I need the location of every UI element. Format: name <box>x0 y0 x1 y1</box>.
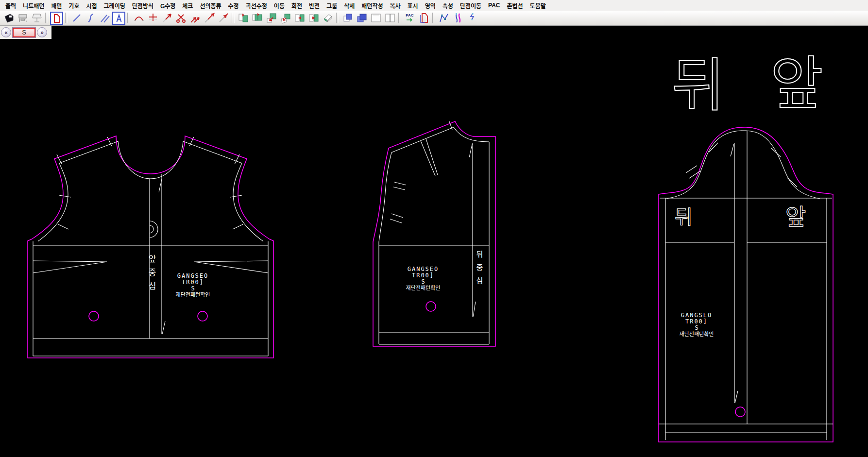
curve-tool-button[interactable] <box>84 12 97 24</box>
stamp-line: 재단전패턴확인 <box>394 285 452 291</box>
line-tool-button[interactable] <box>70 12 83 24</box>
double-arrow-button[interactable] <box>188 12 202 24</box>
pac-document-icon <box>418 12 430 24</box>
new-window-button[interactable] <box>369 12 382 24</box>
menu-item[interactable]: 패턴작성 <box>359 1 385 10</box>
back-body-piece[interactable] <box>373 121 495 346</box>
arrow-line-button[interactable] <box>203 12 216 24</box>
paste-region-multi-icon <box>356 12 368 24</box>
arrow-line-2-button[interactable] <box>217 12 230 24</box>
menu-item[interactable]: PAC <box>486 1 502 9</box>
curve-measure-button[interactable] <box>437 12 450 24</box>
spline-button[interactable] <box>465 12 478 24</box>
flip-piece-2-button[interactable] <box>307 12 320 24</box>
menu-item[interactable]: 체크 <box>180 1 195 10</box>
menu-item[interactable]: 그룹 <box>324 1 340 10</box>
save-button[interactable] <box>2 12 15 24</box>
size-heading-back-label: 뒤 <box>672 54 725 118</box>
copy-piece-button[interactable] <box>237 12 250 24</box>
menu-item[interactable]: 단점방식 <box>130 1 156 10</box>
menu-item[interactable]: 표시 <box>405 1 421 10</box>
button-mark <box>426 302 436 311</box>
button-mark <box>198 311 207 321</box>
pac-export-arrow-icon <box>405 17 415 22</box>
sleeve-piece[interactable] <box>659 127 833 442</box>
menu-item[interactable]: 기호 <box>66 1 82 10</box>
double-arrow-icon <box>189 12 201 24</box>
move-piece-button[interactable] <box>265 12 278 24</box>
pattern-drawing <box>0 26 868 457</box>
menu-item[interactable]: 이동 <box>272 1 287 10</box>
sleeve-piece-stamp: GANGSEO TR00] S 재단전패턴확인 <box>667 312 726 338</box>
cross-point-button[interactable] <box>146 12 159 24</box>
menu-item[interactable]: 수정 <box>226 1 241 10</box>
digitizer-button[interactable] <box>30 12 43 24</box>
back-center-grain-label: 뒤중심 <box>476 251 483 290</box>
toolbar-separator <box>232 13 235 23</box>
menu-item[interactable]: 그레이딩 <box>102 1 128 10</box>
paste-region-multi-button[interactable] <box>355 12 368 24</box>
menu-item[interactable]: G수정 <box>158 1 178 10</box>
tab-active-size[interactable]: S <box>13 28 35 37</box>
toolbar-separator <box>432 13 435 23</box>
toolbar-separator <box>398 13 401 23</box>
stamp-line: S <box>164 286 222 292</box>
move-piece-2-button[interactable] <box>279 12 292 24</box>
menu-item[interactable]: 속성 <box>440 1 456 10</box>
menu-item[interactable]: 곡선수정 <box>243 1 270 10</box>
arrow-tool-button[interactable] <box>160 12 173 24</box>
toolbar: PAC <box>0 11 868 26</box>
copy-piece-icon <box>238 12 249 24</box>
pac-export-button[interactable]: PAC <box>403 12 416 24</box>
pac-document-button[interactable] <box>417 12 430 24</box>
text-tool-button[interactable] <box>112 12 125 25</box>
copy-piece-2-icon <box>252 12 263 24</box>
copy-piece-2-button[interactable] <box>251 12 264 24</box>
menu-item[interactable]: 단점이동 <box>458 1 484 10</box>
scissors-button[interactable] <box>174 12 187 24</box>
sleeve-front-half-label: 앞 <box>785 205 806 228</box>
flip-piece-button[interactable] <box>293 12 306 24</box>
menu-item[interactable]: 니트패턴 <box>20 1 47 10</box>
tab-strip: « S » <box>0 26 51 39</box>
paste-region-icon <box>342 12 354 24</box>
menu-item[interactable]: 반전 <box>306 1 322 10</box>
menu-item[interactable]: 선의종류 <box>197 1 223 10</box>
front-body-piece[interactable] <box>28 136 273 358</box>
menu-item[interactable]: 복사 <box>387 1 403 10</box>
prev-tab-button[interactable]: « <box>1 27 11 37</box>
menu-item[interactable]: 시접 <box>84 1 99 10</box>
split-window-button[interactable] <box>383 12 396 24</box>
stamp-line: 재단전패턴확인 <box>164 292 222 298</box>
curve-trace-button[interactable] <box>451 12 464 24</box>
eraser-button[interactable] <box>321 12 334 24</box>
new-pattern-button[interactable] <box>50 12 63 25</box>
button-mark <box>735 407 745 417</box>
arrow-line-2-icon <box>218 12 229 24</box>
menu-item[interactable]: 출력 <box>3 1 18 10</box>
arc-tool-button[interactable] <box>132 12 145 24</box>
menu-item[interactable]: 삭제 <box>341 1 357 10</box>
next-tab-button[interactable]: » <box>37 27 47 37</box>
line-icon <box>71 12 83 24</box>
toolbar-separator <box>65 13 68 23</box>
back-piece-stamp: GANGSEO TR00] S 재단전패턴확인 <box>394 266 452 291</box>
menu-item[interactable]: 도움말 <box>528 1 548 10</box>
parallel-line-button[interactable] <box>98 12 111 24</box>
front-center-grain-label: 앞중심 <box>147 254 155 295</box>
paste-region-button[interactable] <box>341 12 354 24</box>
menu-item[interactable]: 패턴 <box>49 1 64 10</box>
save-icon <box>3 12 15 24</box>
toolbar-separator <box>336 13 339 23</box>
move-piece-2-icon <box>280 12 291 24</box>
new-window-icon <box>370 12 382 24</box>
flip-piece-icon <box>294 12 306 24</box>
menu-item[interactable]: 회전 <box>289 1 305 10</box>
arc-icon <box>133 12 145 24</box>
sleeve-back-half-label: 뒤 <box>675 207 693 227</box>
plotter-button[interactable] <box>16 12 29 24</box>
pattern-canvas[interactable]: « S » 뒤 앞 뒤 앞 앞중심 뒤중심 GANGSEO TR00] S 재단… <box>0 26 868 457</box>
menu-item[interactable]: 영역 <box>423 1 438 10</box>
menu-item[interactable]: 촌법선 <box>504 1 525 10</box>
text-icon <box>114 13 124 23</box>
